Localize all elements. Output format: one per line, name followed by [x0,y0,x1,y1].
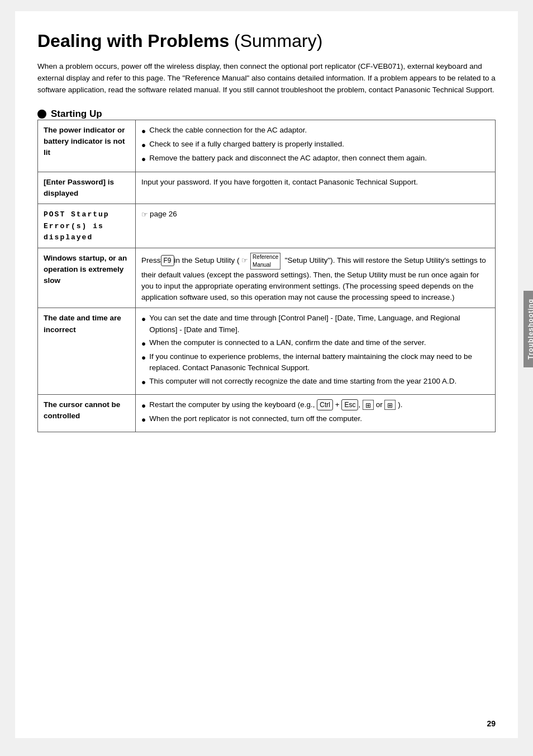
f9-key: F9 [161,255,174,266]
solution-cell: Input your password. If you have forgott… [136,172,496,204]
title-suffix: (Summary) [234,31,322,51]
list-item: ● When the computer is connected to a LA… [141,337,489,349]
list-item: ● Remove the battery pack and disconnect… [141,153,489,165]
bullet-icon: ● [141,140,146,151]
ref-manual-badge: ReferenceManual [250,253,280,270]
problem-text: POST StartupError(s) is displayed [44,210,110,242]
problem-cell: The date and time are incorrect [38,308,136,395]
problem-text: The power indicator or battery indicator… [44,126,125,157]
list-item: ● If you continue to experience problems… [141,351,489,374]
list-item: ● Check to see if a fully charged batter… [141,139,489,151]
fn-key: ⊞ [384,400,396,410]
problem-text: [Enter Password] is displayed [44,178,114,197]
bullet-icon: ● [141,414,146,426]
bullet-icon: ● [141,314,146,325]
solution-cell: ● Restart the computer by using the keyb… [136,394,496,432]
table-row: POST StartupError(s) is displayed ☞ page… [38,204,496,248]
section-bullet [37,110,46,119]
troubleshooting-tab: Troubleshooting [524,291,533,367]
arrow-icon: ☞ [241,255,248,266]
bullet-icon: ● [141,126,146,137]
intro-paragraph: When a problem occurs, power off the wir… [37,61,496,96]
bullet-icon: ● [141,400,146,412]
table-row: Windows startup, or an operation is extr… [38,248,496,308]
problem-text: The cursor cannot be controlled [44,400,120,420]
solution-cell: ☞ page 26 [136,204,496,248]
title-main: Dealing with Problems [37,31,229,51]
section-title: Starting Up [51,108,102,120]
page-number: 29 [487,719,496,728]
esc-key: Esc [341,399,358,410]
problem-text: Windows startup, or an operation is extr… [44,254,127,285]
tab-label: Troubleshooting [527,299,533,360]
table-row: [Enter Password] is displayed Input your… [38,172,496,204]
table-row: The power indicator or battery indicator… [38,120,496,172]
problem-cell: [Enter Password] is displayed [38,172,136,204]
problem-cell: POST StartupError(s) is displayed [38,204,136,248]
bullet-icon: ● [141,154,146,165]
solution-cell: Press F9 in the Setup Utility ( ☞ Refere… [136,248,496,308]
table-row: The date and time are incorrect ● You ca… [38,308,496,395]
problem-cell: The cursor cannot be controlled [38,394,136,432]
windows-key: ⊞ [363,400,374,410]
bullet-icon: ● [141,377,146,388]
problems-table: The power indicator or battery indicator… [37,120,496,433]
table-row: The cursor cannot be controlled ● Restar… [38,394,496,432]
solution-cell: ● You can set the date and time through … [136,308,496,395]
list-item: ● Check the cable connection for the AC … [141,125,489,137]
ctrl-key: Ctrl [317,399,333,410]
bullet-icon: ● [141,352,146,363]
problem-text: The date and time are incorrect [44,314,121,333]
solution-cell: ● Check the cable connection for the AC … [136,120,496,172]
list-item: ● When the port replicator is not connec… [141,413,489,426]
page-title: Dealing with Problems (Summary) [37,31,496,51]
bullet-icon: ● [141,338,146,349]
list-item: ● This computer will not correctly recog… [141,376,489,388]
section-header: Starting Up [37,108,496,120]
page-container: Troubleshooting Dealing with Problems (S… [15,11,518,738]
list-item: ● You can set the date and time through … [141,313,489,336]
list-item: ● Restart the computer by using the keyb… [141,399,489,412]
page-reference: ☞ page 26 [141,209,177,220]
arrow-icon: ☞ [141,209,148,220]
problem-cell: The power indicator or battery indicator… [38,120,136,172]
problem-cell: Windows startup, or an operation is extr… [38,248,136,308]
